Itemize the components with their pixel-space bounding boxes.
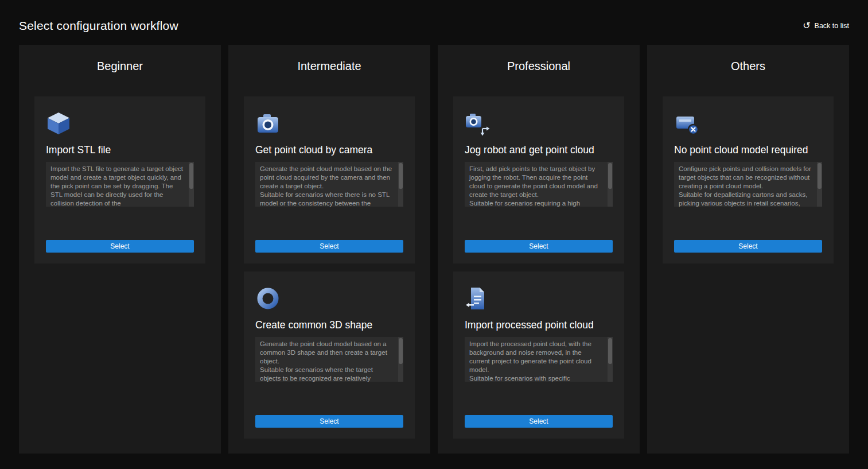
scrollbar-thumb[interactable] bbox=[818, 163, 822, 189]
processed-file-icon bbox=[465, 286, 490, 311]
description-box: Generate the point cloud model based on … bbox=[255, 162, 403, 207]
no-model-icon bbox=[674, 111, 699, 136]
card-title-no-model: No point cloud model required bbox=[674, 144, 822, 156]
workflow-columns: Beginner Import STL file Import the STL … bbox=[19, 45, 849, 454]
description-scrollbar[interactable] bbox=[398, 162, 403, 207]
scrollbar-thumb[interactable] bbox=[189, 163, 193, 189]
workflow-selection-page: Select configuration workflow ↺ Back to … bbox=[0, 0, 868, 454]
column-professional: Professional bbox=[438, 45, 640, 454]
select-button-3d-shape[interactable]: Select bbox=[255, 415, 403, 428]
card-title-processed-cloud: Import processed point cloud bbox=[465, 319, 613, 331]
card-description-camera: Generate the point cloud model based on … bbox=[255, 162, 403, 207]
back-to-list-label: Back to list bbox=[815, 22, 849, 30]
card-title-camera: Get point cloud by camera bbox=[255, 144, 403, 156]
description-scrollbar[interactable] bbox=[608, 337, 613, 382]
card-title-jog-robot: Jog robot and get point cloud bbox=[465, 144, 613, 156]
column-title-others: Others bbox=[663, 60, 834, 73]
scrollbar-thumb[interactable] bbox=[399, 338, 403, 364]
card-title-import-stl: Import STL file bbox=[46, 144, 194, 156]
description-box: Import the STL file to generate a target… bbox=[46, 162, 194, 207]
jog-camera-icon bbox=[465, 111, 490, 136]
card-create-common-3d-shape: Create common 3D shape Generate the poin… bbox=[244, 272, 415, 439]
select-button-no-model[interactable]: Select bbox=[674, 240, 822, 253]
card-description-3d-shape: Generate the point cloud model based on … bbox=[255, 337, 403, 382]
scrollbar-thumb[interactable] bbox=[608, 163, 612, 189]
column-intermediate: Intermediate Get po bbox=[228, 45, 430, 454]
card-description-import-stl: Import the STL file to generate a target… bbox=[46, 162, 194, 207]
column-beginner: Beginner Import STL file Import the STL … bbox=[19, 45, 221, 454]
back-to-list-button[interactable]: ↺ Back to list bbox=[803, 21, 849, 30]
description-box: Configure pick points and collision mode… bbox=[674, 162, 822, 207]
card-import-processed-point-cloud: Import processed point cloud Import the … bbox=[453, 272, 624, 439]
description-scrollbar[interactable] bbox=[817, 162, 822, 207]
camera-icon bbox=[255, 111, 281, 136]
description-scrollbar[interactable] bbox=[398, 337, 403, 382]
description-box: Import the processed point cloud, with t… bbox=[465, 337, 613, 382]
undo-arrow-icon: ↺ bbox=[803, 21, 810, 30]
card-description-no-model: Configure pick points and collision mode… bbox=[674, 162, 822, 207]
description-scrollbar[interactable] bbox=[189, 162, 194, 207]
select-button-camera[interactable]: Select bbox=[255, 240, 403, 253]
scrollbar-thumb[interactable] bbox=[399, 163, 403, 189]
card-import-stl-file: Import STL file Import the STL file to g… bbox=[34, 96, 205, 263]
card-description-jog-robot: First, add pick points to the target obj… bbox=[465, 162, 613, 207]
description-box: Generate the point cloud model based on … bbox=[255, 337, 403, 382]
card-no-point-cloud-model: No point cloud model required Configure … bbox=[663, 96, 834, 263]
select-button-jog-robot[interactable]: Select bbox=[465, 240, 613, 253]
card-title-3d-shape: Create common 3D shape bbox=[255, 319, 403, 331]
scrollbar-thumb[interactable] bbox=[608, 338, 612, 364]
column-others: Others bbox=[647, 45, 849, 454]
description-scrollbar[interactable] bbox=[608, 162, 613, 207]
cube-icon bbox=[46, 111, 71, 136]
card-description-processed-cloud: Import the processed point cloud, with t… bbox=[465, 337, 613, 382]
column-title-beginner: Beginner bbox=[34, 60, 205, 73]
description-box: First, add pick points to the target obj… bbox=[465, 162, 613, 207]
column-title-intermediate: Intermediate bbox=[244, 60, 415, 73]
page-title: Select configuration workflow bbox=[19, 19, 178, 33]
ring-shape-icon bbox=[255, 286, 281, 311]
card-get-point-cloud-by-camera: Get point cloud by camera Generate the p… bbox=[244, 96, 415, 263]
select-button-processed-cloud[interactable]: Select bbox=[465, 415, 613, 428]
header: Select configuration workflow ↺ Back to … bbox=[19, 0, 849, 45]
column-title-professional: Professional bbox=[453, 60, 624, 73]
select-button-import-stl[interactable]: Select bbox=[46, 240, 194, 253]
card-jog-robot-get-point-cloud: Jog robot and get point cloud First, add… bbox=[453, 96, 624, 263]
